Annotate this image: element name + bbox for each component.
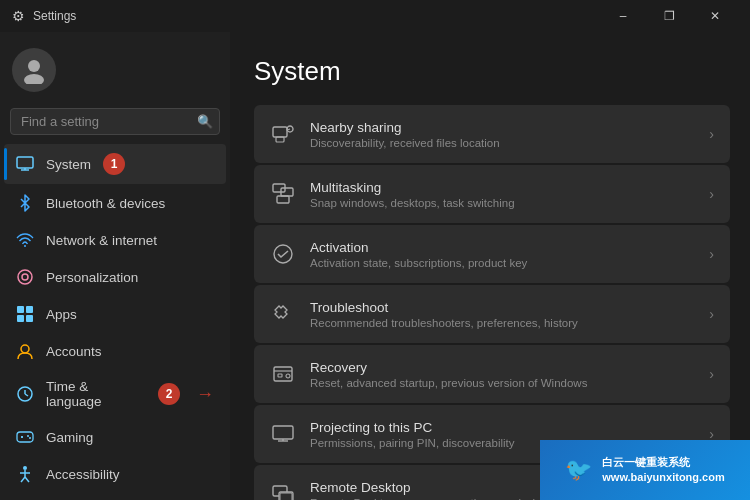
chevron-icon: › bbox=[709, 186, 714, 202]
sidebar-item-personalization[interactable]: Personalization bbox=[4, 259, 226, 295]
step-badge-2: 2 bbox=[158, 383, 180, 405]
svg-point-7 bbox=[22, 274, 28, 280]
sidebar-item-privacy[interactable]: Privacy & security bbox=[4, 493, 226, 500]
troubleshoot-text: Troubleshoot Recommended troubleshooters… bbox=[310, 300, 695, 329]
bluetooth-icon bbox=[16, 194, 34, 212]
svg-point-21 bbox=[23, 466, 27, 470]
sidebar-item-time[interactable]: Time & language 2 → bbox=[4, 370, 226, 418]
arrow-icon: → bbox=[196, 384, 214, 405]
svg-point-12 bbox=[21, 345, 29, 353]
apps-label: Apps bbox=[46, 307, 77, 322]
system-label: System bbox=[46, 157, 91, 172]
nearby-sharing-text: Nearby sharing Discoverability, received… bbox=[310, 120, 695, 149]
settings-icon: ⚙ bbox=[12, 8, 25, 24]
svg-point-19 bbox=[27, 435, 29, 437]
network-label: Network & internet bbox=[46, 233, 157, 248]
multitasking-icon bbox=[270, 181, 296, 207]
user-profile bbox=[0, 32, 230, 104]
app-body: 🔍 System 1 bbox=[0, 32, 750, 500]
personalization-icon bbox=[16, 268, 34, 286]
titlebar-left: ⚙ Settings bbox=[12, 8, 76, 24]
sidebar-item-bluetooth[interactable]: Bluetooth & devices bbox=[4, 185, 226, 221]
svg-rect-16 bbox=[17, 432, 33, 442]
chevron-icon: › bbox=[709, 126, 714, 142]
chevron-icon: › bbox=[709, 306, 714, 322]
sidebar-item-gaming[interactable]: Gaming bbox=[4, 419, 226, 455]
nearby-sharing-desc: Discoverability, received files location bbox=[310, 137, 695, 149]
accessibility-label: Accessibility bbox=[46, 467, 120, 482]
svg-line-24 bbox=[21, 477, 25, 482]
svg-point-20 bbox=[29, 437, 31, 439]
time-icon bbox=[16, 385, 34, 403]
svg-rect-40 bbox=[273, 426, 293, 439]
titlebar-controls: – ❐ ✕ bbox=[600, 0, 738, 32]
recovery-desc: Reset, advanced startup, previous versio… bbox=[310, 377, 695, 389]
svg-line-15 bbox=[25, 394, 28, 396]
watermark-line1: 白云一键重装系统 bbox=[602, 455, 724, 470]
search-box[interactable]: 🔍 bbox=[10, 108, 220, 135]
sidebar-item-network[interactable]: Network & internet bbox=[4, 222, 226, 258]
watermark: 🐦 白云一键重装系统 www.baiyunxitong.com bbox=[540, 440, 750, 500]
sidebar: 🔍 System 1 bbox=[0, 32, 230, 500]
titlebar-title: Settings bbox=[33, 9, 76, 23]
svg-rect-34 bbox=[277, 196, 289, 203]
apps-icon bbox=[16, 305, 34, 323]
troubleshoot-icon bbox=[270, 301, 296, 327]
sidebar-item-apps[interactable]: Apps bbox=[4, 296, 226, 332]
svg-point-39 bbox=[286, 374, 290, 378]
svg-rect-38 bbox=[278, 374, 282, 377]
setting-activation[interactable]: Activation Activation state, subscriptio… bbox=[254, 225, 730, 283]
watermark-line2: www.baiyunxitong.com bbox=[602, 470, 724, 485]
svg-point-1 bbox=[24, 74, 44, 84]
page-title: System bbox=[254, 56, 730, 87]
projecting-title: Projecting to this PC bbox=[310, 420, 695, 435]
svg-rect-10 bbox=[17, 315, 24, 322]
setting-recovery[interactable]: Recovery Reset, advanced startup, previo… bbox=[254, 345, 730, 403]
network-icon bbox=[16, 231, 34, 249]
accounts-label: Accounts bbox=[46, 344, 102, 359]
gaming-icon bbox=[16, 428, 34, 446]
nav-list: System 1 Bluetooth & devices bbox=[0, 143, 230, 500]
gaming-label: Gaming bbox=[46, 430, 93, 445]
remote-desktop-icon bbox=[270, 481, 296, 500]
maximize-button[interactable]: ❐ bbox=[646, 0, 692, 32]
multitasking-text: Multitasking Snap windows, desktops, tas… bbox=[310, 180, 695, 209]
svg-point-0 bbox=[28, 60, 40, 72]
svg-rect-28 bbox=[273, 127, 287, 137]
svg-line-25 bbox=[25, 477, 29, 482]
svg-rect-2 bbox=[17, 157, 33, 168]
chevron-icon: › bbox=[709, 366, 714, 382]
nearby-sharing-title: Nearby sharing bbox=[310, 120, 695, 135]
close-button[interactable]: ✕ bbox=[692, 0, 738, 32]
setting-troubleshoot[interactable]: Troubleshoot Recommended troubleshooters… bbox=[254, 285, 730, 343]
activation-text: Activation Activation state, subscriptio… bbox=[310, 240, 695, 269]
svg-rect-8 bbox=[17, 306, 24, 313]
sidebar-item-system[interactable]: System 1 bbox=[4, 144, 226, 184]
sidebar-item-accessibility[interactable]: Accessibility bbox=[4, 456, 226, 492]
setting-nearby-sharing[interactable]: Nearby sharing Discoverability, received… bbox=[254, 105, 730, 163]
nearby-sharing-icon bbox=[270, 121, 296, 147]
svg-point-6 bbox=[18, 270, 32, 284]
recovery-text: Recovery Reset, advanced startup, previo… bbox=[310, 360, 695, 389]
projecting-icon bbox=[270, 421, 296, 447]
svg-rect-31 bbox=[276, 137, 284, 142]
titlebar: ⚙ Settings – ❐ ✕ bbox=[0, 0, 750, 32]
multitasking-title: Multitasking bbox=[310, 180, 695, 195]
svg-rect-9 bbox=[26, 306, 33, 313]
time-label: Time & language bbox=[46, 379, 144, 409]
activation-icon bbox=[270, 241, 296, 267]
minimize-button[interactable]: – bbox=[600, 0, 646, 32]
chevron-icon: › bbox=[709, 246, 714, 262]
activation-desc: Activation state, subscriptions, product… bbox=[310, 257, 695, 269]
bluetooth-label: Bluetooth & devices bbox=[46, 196, 165, 211]
recovery-icon bbox=[270, 361, 296, 387]
troubleshoot-desc: Recommended troubleshooters, preferences… bbox=[310, 317, 695, 329]
setting-multitasking[interactable]: Multitasking Snap windows, desktops, tas… bbox=[254, 165, 730, 223]
svg-rect-11 bbox=[26, 315, 33, 322]
multitasking-desc: Snap windows, desktops, task switching bbox=[310, 197, 695, 209]
sidebar-item-accounts[interactable]: Accounts bbox=[4, 333, 226, 369]
search-input[interactable] bbox=[21, 114, 189, 129]
accounts-icon bbox=[16, 342, 34, 360]
troubleshoot-title: Troubleshoot bbox=[310, 300, 695, 315]
step-badge-1: 1 bbox=[103, 153, 125, 175]
